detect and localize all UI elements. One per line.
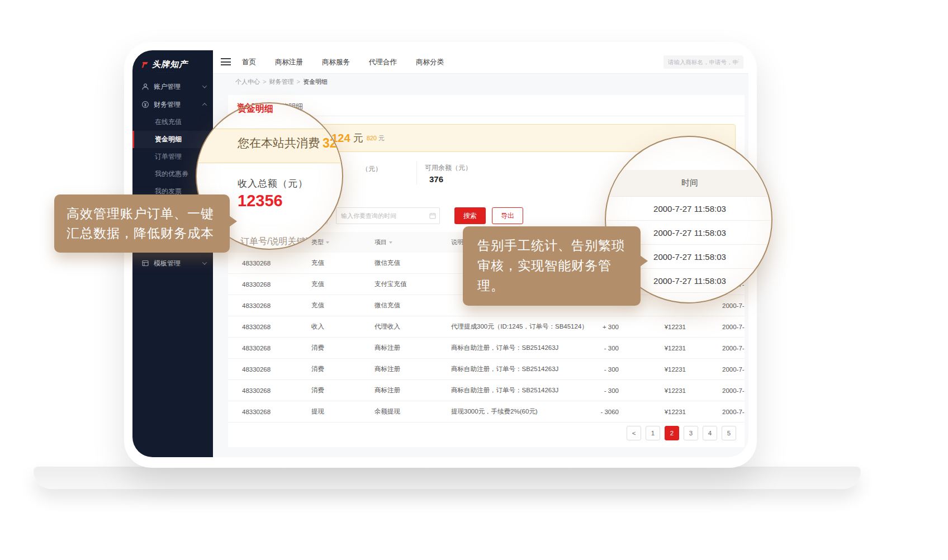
banner-unit: 元 xyxy=(353,131,363,145)
nav-home[interactable]: 首页 xyxy=(242,58,256,67)
finance-icon xyxy=(141,101,149,108)
callout-left: 高效管理账户订单、一键汇总数据，降低财务成本 xyxy=(54,194,230,253)
sidebar: 头牌知产 ········· 账户管理 财务管理 在线充值 资金明细 订单管理 … xyxy=(132,50,213,457)
user-icon xyxy=(141,83,149,91)
page-button-4[interactable]: 4 xyxy=(703,426,717,440)
nav-agency[interactable]: 代理合作 xyxy=(369,58,397,67)
sidebar-subitem-funds-detail[interactable]: 资金明细 xyxy=(132,131,213,148)
page-prev-button[interactable]: < xyxy=(627,426,641,440)
magnified-income-value: 12356 xyxy=(238,192,283,210)
pagination: < 1 2 3 4 5 xyxy=(228,426,736,440)
sort-caret-icon xyxy=(326,241,329,244)
main-nav: 首页 商标注册 商标服务 代理合作 商标分类 xyxy=(242,50,444,74)
breadcrumb: 个人中心>财务管理>资金明细 xyxy=(235,78,328,86)
page-button-5[interactable]: 5 xyxy=(722,426,736,440)
sidebar-item-label: 模板管理 xyxy=(154,259,203,268)
magnified-income-label: 收入总额（元） xyxy=(238,177,308,190)
col-type-sort[interactable]: 类型 xyxy=(311,238,375,246)
table-row: 48330268消费商标注册商标自助注册，订单号：SB2514263J- 300… xyxy=(228,338,745,359)
magnified-banner-text: 您在本站共消费 32124 元 xyxy=(238,135,343,151)
nav-trademark-register[interactable]: 商标注册 xyxy=(275,58,303,67)
page-button-1[interactable]: 1 xyxy=(646,426,660,440)
template-icon xyxy=(141,259,149,267)
table-row: 48330268收入代理收入代理提成300元（ID:1245，订单号：SB451… xyxy=(228,316,745,338)
callout-arrow-icon xyxy=(229,216,237,227)
stat-divider xyxy=(416,161,417,184)
sort-caret-icon xyxy=(389,241,392,244)
calendar-icon[interactable] xyxy=(429,212,436,219)
nav-trademark-class[interactable]: 商标分类 xyxy=(416,58,444,67)
page: 头牌知产 ········· 账户管理 财务管理 在线充值 资金明细 订单管理 … xyxy=(0,0,948,560)
laptop-base xyxy=(34,467,861,489)
chevron-up-icon xyxy=(202,103,207,107)
top-navbar: 首页 商标注册 商标服务 代理合作 商标分类 xyxy=(213,50,748,74)
chevron-down-icon xyxy=(202,83,207,88)
banner-amount-small: 820 xyxy=(367,135,377,141)
sidebar-item-account[interactable]: 账户管理 xyxy=(132,78,213,95)
table-row: 48330268消费商标注册商标自助注册，订单号：SB2514263J- 300… xyxy=(228,380,745,401)
magnified-time-header: 时间 xyxy=(606,170,772,197)
breadcrumb-bar: 个人中心>财务管理>资金明细 xyxy=(213,74,748,89)
table-row: 48330268消费商标注册商标自助注册，订单号：SB2514263J- 300… xyxy=(228,359,745,380)
sidebar-item-finance[interactable]: 财务管理 xyxy=(132,96,213,113)
banner-unit-small: 元 xyxy=(378,134,385,143)
magnified-time-cell: 2000-7-27 11:58:03 xyxy=(606,197,772,221)
global-search-input[interactable] xyxy=(663,55,743,69)
balance-value: 376 xyxy=(429,174,443,184)
expense-label-partial: （元） xyxy=(362,164,382,174)
chevron-down-icon xyxy=(202,260,207,264)
brand[interactable]: 头牌知产 xyxy=(141,59,188,70)
col-item-sort[interactable]: 项目 xyxy=(375,238,451,246)
sidebar-subitem-recharge[interactable]: 在线充值 xyxy=(132,113,213,131)
brand-subtext: ········· xyxy=(157,70,176,74)
nav-trademark-services[interactable]: 商标服务 xyxy=(322,58,350,67)
sidebar-item-label: 财务管理 xyxy=(154,100,203,110)
export-button[interactable]: 导出 xyxy=(492,207,523,224)
callout-arrow-icon xyxy=(640,255,648,267)
balance-label: 可用余额（元） xyxy=(425,163,472,173)
sidebar-item-template[interactable]: 模板管理 xyxy=(132,255,213,272)
date-input[interactable] xyxy=(336,207,440,224)
callout-right: 告别手工统计、告别繁琐审核，实现智能财务管理。 xyxy=(463,226,641,306)
brand-name: 头牌知产 xyxy=(152,59,188,70)
page-button-3[interactable]: 3 xyxy=(684,426,698,440)
sidebar-item-label: 账户管理 xyxy=(154,82,203,92)
search-button[interactable]: 搜索 xyxy=(454,207,486,224)
page-button-2-active[interactable]: 2 xyxy=(665,426,679,440)
brand-logo-icon xyxy=(141,61,149,69)
table-row: 48330268提现余额提现提现3000元，手续费2%(60元)- 3060¥1… xyxy=(228,401,745,423)
menu-icon[interactable] xyxy=(221,58,231,65)
